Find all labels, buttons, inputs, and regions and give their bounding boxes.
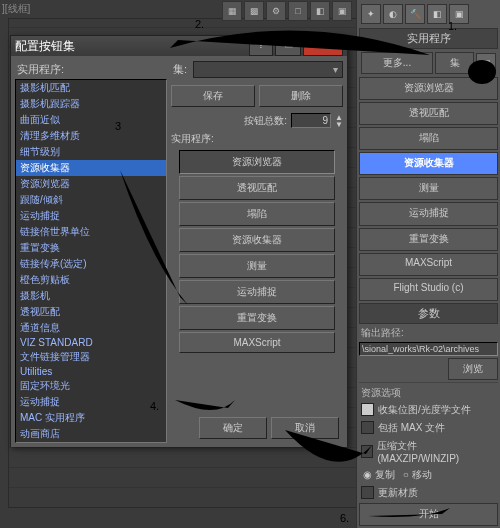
list-item[interactable]: 固定环境光 [16,378,166,394]
tool-icon[interactable]: ◧ [310,1,330,21]
tool-icon[interactable]: □ [288,1,308,21]
list-item[interactable]: 链接倍世界单位 [16,224,166,240]
panel-util-button[interactable]: 透视匹配 [359,102,498,125]
copy-radio[interactable]: ◉ 复制 [363,468,395,482]
list-item[interactable]: 文件链接管理器 [16,349,166,365]
list-item[interactable]: VIZ STANDARD [16,336,166,349]
tab-icon[interactable]: 🔨 [405,4,425,24]
params-title: 参数 [359,303,498,324]
minimize-icon[interactable]: ▭ [275,36,301,56]
compress-checkbox[interactable]: 压缩文件 (MAXZIP/WINZIP) [359,438,498,465]
help-icon[interactable]: ? [249,36,273,56]
options-title: 资源选项 [359,382,498,400]
list-item[interactable]: 资源收集器 [16,160,166,176]
checkbox-label: 收集位图/光度学文件 [378,403,471,417]
tool-icon[interactable]: ▣ [332,1,352,21]
dialog-title: 配置按钮集 [15,38,247,55]
list-item[interactable]: 透视匹配 [16,304,166,320]
spinner-arrows-icon[interactable]: ▲▼ [335,114,343,128]
tool-icon[interactable]: ▦ [222,1,242,21]
radio-label: 复制 [375,469,395,480]
list-item[interactable]: 细节级别 [16,144,166,160]
tool-icon[interactable]: ⚙ [266,1,286,21]
viewport-label: ][线框] [2,2,30,16]
list-item[interactable]: 清理多维材质 [16,128,166,144]
top-toolbar: ▦ ▩ ⚙ □ ◧ ▣ [222,0,352,22]
close-icon[interactable]: ✕ [303,36,343,56]
utility-slot-button[interactable]: 测量 [179,254,335,278]
radio-label: 移动 [412,469,432,480]
panel-util-button[interactable]: 塌陷 [359,127,498,150]
dialog-titlebar[interactable]: 配置按钮集 ? ▭ ✕ [11,36,347,56]
panel-util-button[interactable]: MAXScript [359,253,498,276]
ok-button[interactable]: 确定 [199,417,267,439]
more-button[interactable]: 更多... [361,52,433,74]
utility-slot-button[interactable]: 资源收集器 [179,228,335,252]
chevron-down-icon: ▾ [333,64,338,75]
update-materials-checkbox[interactable]: 更新材质 [359,485,498,501]
list-item[interactable]: 曲面近似 [16,112,166,128]
utility-slot-button[interactable]: MAXScript [179,332,335,353]
output-path-input[interactable]: \sional_works\Rk-02\archives [359,342,498,356]
list-item[interactable]: 重置变换 [16,240,166,256]
panel-util-button[interactable]: 资源收集器 [359,152,498,175]
checkbox-label: 包括 MAX 文件 [378,421,445,435]
configure-button-set-dialog: 配置按钮集 ? ▭ ✕ 实用程序: 摄影机匹配摄影机跟踪器曲面近似清理多维材质细… [10,35,348,447]
browse-button[interactable]: 浏览 [448,358,498,380]
list-item[interactable]: 通道信息 [16,320,166,336]
panel-util-button[interactable]: 重置变换 [359,228,498,251]
panel-util-button[interactable]: 资源浏览器 [359,77,498,100]
tab-icon[interactable]: ▣ [449,4,469,24]
panel-util-button[interactable]: 测量 [359,177,498,200]
list-item[interactable]: 摄影机 [16,288,166,304]
set-dropdown[interactable]: ▾ [193,61,343,78]
list-item[interactable]: 资源浏览器 [16,176,166,192]
move-radio[interactable]: ○ 移动 [403,468,432,482]
utility-slot-button[interactable]: 资源浏览器 [179,150,335,174]
list-item[interactable]: 动画商店 [16,426,166,442]
save-button[interactable]: 保存 [171,85,255,107]
tab-icon[interactable]: ◐ [383,4,403,24]
utility-slot-button[interactable]: 塌陷 [179,202,335,226]
utilities-listbox[interactable]: 摄影机匹配摄影机跟踪器曲面近似清理多维材质细节级别资源收集器资源浏览器跟随/倾斜… [15,79,167,443]
utility-slot-button[interactable]: 运动捕捉 [179,280,335,304]
cancel-button[interactable]: 取消 [271,417,339,439]
tab-icon[interactable]: ◧ [427,4,447,24]
panel-util-button[interactable]: 运动捕捉 [359,202,498,225]
panel-util-button[interactable]: Flight Studio (c) [359,278,498,301]
list-item[interactable]: 跟随/倾斜 [16,192,166,208]
include-max-checkbox[interactable]: 包括 MAX 文件 [359,420,498,436]
utilities-sublabel: 实用程序: [171,130,343,148]
start-button[interactable]: 开始 [359,503,498,526]
list-item[interactable]: 链接传承(选定) [16,256,166,272]
utilities-label: 实用程序: [15,60,167,79]
tab-icon[interactable]: ✦ [361,4,381,24]
config-icon[interactable]: ▤ [476,53,496,73]
list-item[interactable]: 橙色剪贴板 [16,272,166,288]
list-item[interactable]: Utilities [16,365,166,378]
utility-slot-button[interactable]: 重置变换 [179,306,335,330]
list-item[interactable]: 运动捕捉 [16,208,166,224]
list-item[interactable]: 摄影机匹配 [16,80,166,96]
command-panel: ✦ ◐ 🔨 ◧ ▣ 实用程序 更多... 集 ▤ 资源浏览器 透视匹配 塌陷 资… [356,0,500,528]
tool-icon[interactable]: ▩ [244,1,264,21]
checkbox-label: 更新材质 [378,486,418,500]
checkbox-label: 压缩文件 (MAXZIP/WINZIP) [377,439,496,464]
collect-bitmaps-checkbox[interactable]: ✔收集位图/光度学文件 [359,402,498,418]
list-item[interactable]: 摄影机跟踪器 [16,96,166,112]
panel-group-title: 实用程序 [359,28,498,49]
button-count-spinner[interactable]: 9 [291,113,331,128]
list-item[interactable]: 运动捕捉 [16,394,166,410]
output-path-label: 输出路径: [359,326,498,340]
set-button[interactable]: 集 [435,52,474,74]
button-count-label: 按钮总数: [244,114,287,128]
list-item[interactable]: MAC 实用程序 [16,410,166,426]
utility-slot-button[interactable]: 透视匹配 [179,176,335,200]
delete-button[interactable]: 删除 [259,85,343,107]
set-label: 集: [171,60,189,79]
